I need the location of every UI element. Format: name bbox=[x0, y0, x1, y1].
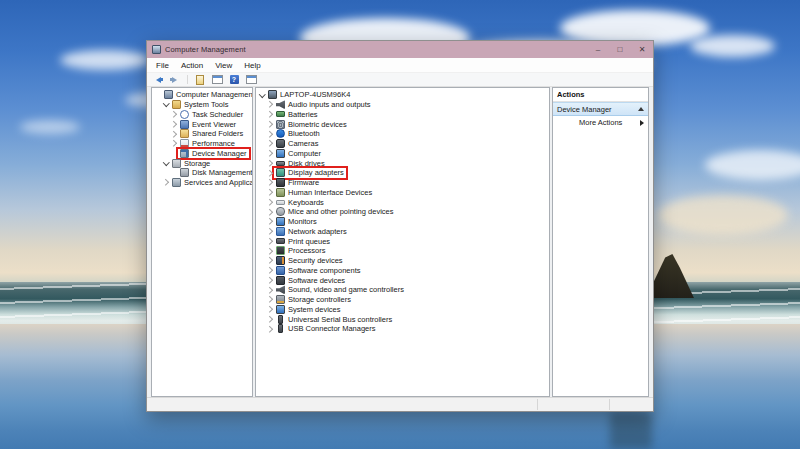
chevron-icon[interactable] bbox=[266, 140, 274, 148]
tree-item[interactable]: Performance bbox=[152, 139, 252, 149]
device-list-pane: LAPTOP-4USM96K4 Audio inputs and outputs bbox=[255, 87, 550, 397]
tree-item[interactable]: Sound, video and game controllers bbox=[256, 285, 549, 295]
chevron-icon[interactable] bbox=[266, 266, 274, 274]
chevron-icon[interactable] bbox=[266, 120, 274, 128]
chevron-icon[interactable] bbox=[154, 91, 162, 99]
back-arrow-icon[interactable] bbox=[151, 74, 165, 85]
title-bar[interactable]: Computer Management – □ ✕ bbox=[147, 41, 653, 58]
chevron-icon[interactable] bbox=[170, 149, 178, 157]
chevron-icon[interactable] bbox=[162, 101, 170, 109]
chevron-icon[interactable] bbox=[170, 169, 178, 177]
chevron-icon[interactable] bbox=[266, 218, 274, 226]
tree-item[interactable]: Task Scheduler bbox=[152, 110, 252, 120]
tree-item[interactable]: Disk Management bbox=[152, 168, 252, 178]
chevron-icon[interactable] bbox=[266, 286, 274, 294]
tree-item[interactable]: Audio inputs and outputs bbox=[256, 100, 549, 110]
tree-item[interactable]: System Tools bbox=[152, 100, 252, 110]
tree-item[interactable]: Software components bbox=[256, 266, 549, 276]
chevron-right-icon[interactable] bbox=[640, 120, 644, 126]
tree-item[interactable]: Display adapters bbox=[256, 168, 549, 178]
tree-item[interactable]: Biometric devices bbox=[256, 119, 549, 129]
chevron-icon[interactable] bbox=[266, 149, 274, 157]
maximize-button[interactable]: □ bbox=[609, 41, 631, 58]
actions-pane: Actions Device Manager More Actions bbox=[552, 87, 649, 397]
sound-icon bbox=[276, 285, 285, 294]
tree-item[interactable]: Shared Folders bbox=[152, 129, 252, 139]
tree-item[interactable]: Human Interface Devices bbox=[256, 188, 549, 198]
chevron-icon[interactable] bbox=[170, 110, 178, 118]
chevron-icon[interactable] bbox=[266, 247, 274, 255]
tree-item[interactable]: Storage controllers bbox=[256, 295, 549, 305]
chevron-up-icon[interactable] bbox=[638, 107, 644, 111]
laptop-icon bbox=[268, 90, 277, 99]
chevron-icon[interactable] bbox=[266, 257, 274, 265]
chevron-icon[interactable] bbox=[162, 159, 170, 167]
tree-item[interactable]: Monitors bbox=[256, 217, 549, 227]
camera-icon bbox=[276, 139, 285, 148]
tree-item[interactable]: Device Manager bbox=[152, 149, 252, 159]
chevron-icon[interactable] bbox=[266, 315, 274, 323]
tree-item[interactable]: USB Connector Managers bbox=[256, 324, 549, 334]
tree-item[interactable]: Security devices bbox=[256, 256, 549, 266]
tree-item[interactable]: Network adapters bbox=[256, 227, 549, 237]
chevron-icon[interactable] bbox=[266, 169, 274, 177]
tree-item[interactable]: Processors bbox=[256, 246, 549, 256]
menu-view[interactable]: View bbox=[209, 61, 238, 70]
event-viewer-icon bbox=[180, 120, 189, 129]
monitor-icon bbox=[276, 149, 285, 158]
tree-item[interactable]: Bluetooth bbox=[256, 129, 549, 139]
close-button[interactable]: ✕ bbox=[631, 41, 653, 58]
chevron-icon[interactable] bbox=[266, 276, 274, 284]
services-icon bbox=[172, 178, 181, 187]
menu-file[interactable]: File bbox=[150, 61, 175, 70]
chevron-icon[interactable] bbox=[266, 237, 274, 245]
chevron-icon[interactable] bbox=[266, 188, 274, 196]
chevron-icon[interactable] bbox=[162, 179, 170, 187]
menu-action[interactable]: Action bbox=[175, 61, 209, 70]
chevron-icon[interactable] bbox=[170, 140, 178, 148]
chevron-icon[interactable] bbox=[266, 305, 274, 313]
security-icon bbox=[276, 256, 285, 265]
actions-group-header[interactable]: Device Manager bbox=[553, 102, 648, 116]
chevron-icon[interactable] bbox=[266, 130, 274, 138]
device-tree: LAPTOP-4USM96K4 Audio inputs and outputs bbox=[256, 88, 549, 334]
menu-help[interactable]: Help bbox=[238, 61, 266, 70]
chevron-icon[interactable] bbox=[266, 110, 274, 118]
chevron-icon[interactable] bbox=[170, 120, 178, 128]
chevron-icon[interactable] bbox=[170, 130, 178, 138]
minimize-button[interactable]: – bbox=[587, 41, 609, 58]
chevron-icon[interactable] bbox=[266, 198, 274, 206]
tree-item[interactable]: Services and Applications bbox=[152, 178, 252, 188]
tree-item[interactable]: Mice and other pointing devices bbox=[256, 207, 549, 217]
tree-item[interactable]: Batteries bbox=[256, 110, 549, 120]
tree-item[interactable]: Software devices bbox=[256, 275, 549, 285]
chevron-icon[interactable] bbox=[266, 159, 274, 167]
chevron-icon[interactable] bbox=[266, 101, 274, 109]
tree-item[interactable]: Computer Management (Local) bbox=[152, 90, 252, 100]
tree-item[interactable]: Disk drives bbox=[256, 158, 549, 168]
tree-item[interactable]: System devices bbox=[256, 305, 549, 315]
chevron-icon[interactable] bbox=[258, 91, 266, 99]
tree-item[interactable]: Universal Serial Bus controllers bbox=[256, 314, 549, 324]
tree-item[interactable]: Storage bbox=[152, 158, 252, 168]
show-console-tree-icon[interactable] bbox=[210, 74, 224, 85]
help-icon[interactable]: ? bbox=[227, 74, 241, 85]
status-separator bbox=[609, 399, 610, 410]
chevron-icon[interactable] bbox=[266, 227, 274, 235]
tree-item[interactable]: LAPTOP-4USM96K4 bbox=[256, 90, 549, 100]
tree-item[interactable]: Keyboards bbox=[256, 197, 549, 207]
tree-item[interactable]: Event Viewer bbox=[152, 119, 252, 129]
tree-item[interactable]: Computer bbox=[256, 149, 549, 159]
chevron-icon[interactable] bbox=[266, 325, 274, 333]
chevron-icon[interactable] bbox=[266, 208, 274, 216]
window-title: Computer Management bbox=[165, 45, 246, 54]
chevron-icon[interactable] bbox=[266, 179, 274, 187]
tree-item[interactable]: Firmware bbox=[256, 178, 549, 188]
tree-item[interactable]: Print queues bbox=[256, 236, 549, 246]
chevron-icon[interactable] bbox=[266, 296, 274, 304]
show-actions-pane-icon[interactable] bbox=[244, 74, 258, 85]
forward-arrow-icon[interactable] bbox=[168, 74, 182, 85]
export-list-icon[interactable] bbox=[193, 74, 207, 85]
more-actions-item[interactable]: More Actions bbox=[553, 116, 648, 129]
tree-item[interactable]: Cameras bbox=[256, 139, 549, 149]
